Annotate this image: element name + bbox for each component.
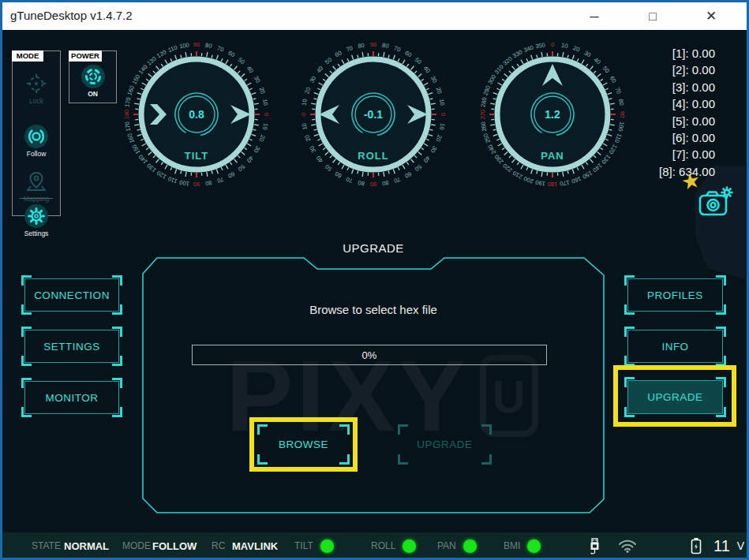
svg-text:310: 310	[493, 63, 505, 75]
corner-bracket	[257, 454, 268, 465]
settings-gear-icon	[24, 204, 48, 228]
svg-text:30: 30	[308, 75, 317, 84]
svg-text:1.2: 1.2	[545, 108, 560, 121]
svg-text:110: 110	[167, 44, 178, 54]
svg-text:0: 0	[300, 113, 307, 116]
profiles-button[interactable]: PROFILES	[627, 278, 723, 312]
power-panel: POWER ON	[69, 50, 117, 103]
info-button[interactable]: INFO	[627, 330, 723, 363]
status-label: RC	[212, 532, 225, 559]
corner-bracket	[339, 454, 350, 465]
svg-text:170: 170	[559, 179, 570, 188]
corner-bracket	[398, 424, 408, 435]
svg-text:90: 90	[370, 181, 376, 188]
monitor-button[interactable]: MONITOR	[24, 381, 119, 414]
svg-text:160: 160	[571, 175, 582, 185]
svg-text:110: 110	[167, 175, 178, 185]
svg-text:100: 100	[179, 179, 190, 188]
mode-item-lock[interactable]: Lock	[13, 72, 60, 105]
svg-text:10: 10	[301, 122, 309, 130]
svg-text:270: 270	[479, 110, 486, 120]
status-dot	[403, 539, 416, 553]
svg-text:80: 80	[204, 42, 212, 50]
svg-text:70: 70	[393, 176, 402, 185]
instruction-text: Browse to select hex file	[215, 303, 531, 316]
svg-text:10: 10	[438, 122, 446, 130]
gauge-pan: 9080706050403020100350340330320310300290…	[474, 35, 631, 193]
svg-text:60: 60	[334, 49, 343, 58]
battery-icon	[691, 532, 702, 559]
power-on-button[interactable]: ON	[69, 65, 116, 98]
svg-text:150: 150	[130, 144, 141, 155]
svg-text:70: 70	[345, 176, 354, 185]
svg-text:130: 130	[145, 162, 157, 174]
browse-button[interactable]: BROWSE	[261, 428, 346, 461]
status-value: MAVLINK	[232, 532, 278, 559]
svg-text:260: 260	[479, 121, 488, 132]
svg-text:100: 100	[179, 41, 190, 50]
corner-bracket	[339, 424, 350, 435]
svg-text:170: 170	[123, 121, 132, 132]
svg-text:80: 80	[358, 42, 365, 50]
status-value: FOLLOW	[152, 532, 197, 559]
lock-icon	[24, 72, 48, 95]
maximize-button[interactable]: □	[637, 2, 668, 30]
svg-text:140: 140	[137, 63, 149, 75]
corner-bracket	[716, 407, 726, 417]
mode-item-settings[interactable]: Settings	[13, 204, 60, 237]
upgrade-tab-button[interactable]: UPGRADE	[627, 380, 723, 414]
minimize-button[interactable]: –	[579, 2, 610, 30]
corner-bracket	[112, 407, 122, 417]
mode-item-follow[interactable]: Follow	[13, 125, 60, 158]
svg-text:150: 150	[130, 73, 141, 85]
svg-text:50: 50	[601, 65, 611, 74]
svg-text:20: 20	[258, 134, 267, 143]
corner-bracket	[716, 275, 726, 286]
wifi-icon	[618, 532, 637, 559]
corner-bracket	[257, 424, 268, 435]
svg-text:160: 160	[125, 133, 136, 144]
channel-values-list: [1]: 0.00[2]: 0.00[3]: 0.00[4]: 0.00[5]:…	[659, 45, 715, 180]
camera-settings-icon[interactable]	[698, 186, 733, 221]
status-label: BMI	[504, 540, 520, 551]
status-value: NORMAL	[64, 532, 109, 559]
close-button[interactable]: ✕	[695, 2, 727, 30]
svg-text:10: 10	[438, 99, 446, 106]
power-panel-title: POWER	[69, 50, 102, 62]
svg-text:50: 50	[324, 163, 333, 173]
usb-icon	[590, 532, 600, 559]
svg-text:180: 180	[548, 181, 558, 188]
svg-text:160: 160	[125, 84, 136, 96]
power-on-label: ON	[88, 90, 98, 98]
svg-text:110: 110	[613, 133, 624, 144]
svg-text:90: 90	[193, 41, 200, 48]
svg-text:0: 0	[440, 113, 447, 116]
corner-bracket	[624, 275, 635, 286]
mode-item-label: Lock	[29, 97, 43, 105]
upgrade-action-button[interactable]: UPGRADE	[402, 428, 488, 461]
corner-bracket	[716, 304, 726, 315]
svg-text:300: 300	[486, 73, 497, 85]
svg-text:90: 90	[193, 181, 200, 188]
svg-text:70: 70	[216, 44, 225, 53]
connection-button[interactable]: CONNECTION	[24, 278, 119, 312]
status-dot	[463, 539, 477, 553]
settings-button[interactable]: SETTINGS	[24, 330, 119, 363]
corner-bracket	[21, 275, 32, 286]
svg-text:320: 320	[501, 55, 513, 67]
svg-text:50: 50	[414, 163, 423, 173]
svg-text:40: 40	[422, 155, 432, 164]
corner-bracket	[112, 327, 122, 337]
gauge-roll: 0102030405060708090807060504030201001020…	[294, 35, 452, 193]
corner-bracket	[21, 304, 32, 315]
corner-bracket	[398, 454, 408, 465]
channel-value: [2]: 0.00	[659, 62, 715, 78]
svg-text:250: 250	[481, 133, 492, 144]
corner-bracket	[21, 356, 32, 366]
mapping-icon	[24, 170, 48, 193]
svg-text:40: 40	[245, 65, 255, 74]
follow-icon	[24, 125, 48, 148]
status-indicator-pan: PAN	[437, 532, 477, 559]
status-label: STATE	[32, 532, 61, 559]
svg-text:80: 80	[358, 179, 365, 187]
